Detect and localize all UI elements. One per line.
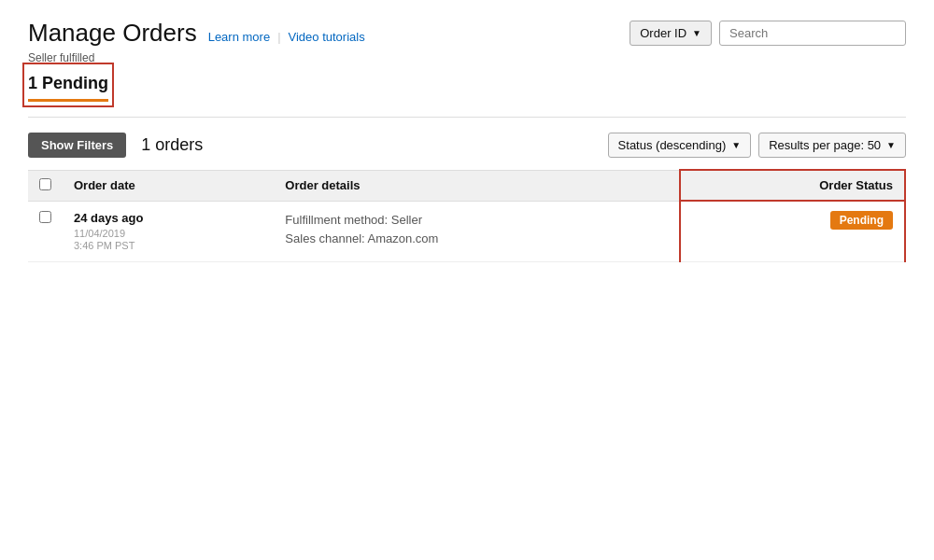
order-details-col-header: Order details bbox=[274, 170, 680, 201]
orders-count: 1 orders bbox=[141, 135, 203, 155]
header-links: Learn more | Video tutorials bbox=[208, 30, 365, 44]
fulfillment-method: Fulfillment method: Seller bbox=[285, 211, 668, 231]
learn-more-link[interactable]: Learn more bbox=[208, 30, 270, 44]
order-id-chevron-icon: ▼ bbox=[692, 28, 701, 38]
orders-table: Order date Order details Order Status 24… bbox=[28, 169, 906, 262]
link-separator: | bbox=[277, 30, 280, 44]
table-header-row: Order date Order details Order Status bbox=[28, 170, 905, 201]
order-id-label: Order ID bbox=[640, 26, 686, 40]
table-row: 24 days ago 11/04/2019 3:46 PM PST Fulfi… bbox=[28, 201, 905, 261]
sort-label: Status (descending) bbox=[618, 138, 727, 152]
sales-channel: Sales channel: Amazon.com bbox=[285, 230, 668, 249]
order-status-cell: Pending bbox=[680, 201, 905, 261]
section-divider bbox=[28, 117, 906, 118]
order-date-cell: 24 days ago 11/04/2019 3:46 PM PST bbox=[63, 201, 274, 261]
row-checkbox[interactable] bbox=[39, 211, 51, 223]
perpage-chevron-icon: ▼ bbox=[886, 140, 896, 150]
order-date-sub1: 11/04/2019 bbox=[74, 228, 262, 239]
show-filters-button[interactable]: Show Filters bbox=[28, 133, 126, 158]
tabs-section: 1 Pending bbox=[28, 68, 906, 102]
perpage-label: Results per page: 50 bbox=[769, 138, 881, 152]
seller-fulfilled-label: Seller fulfilled bbox=[28, 51, 906, 64]
search-input[interactable] bbox=[719, 21, 906, 46]
perpage-dropdown[interactable]: Results per page: 50 ▼ bbox=[758, 133, 906, 158]
pending-status-badge: Pending bbox=[830, 211, 893, 230]
video-tutorials-link[interactable]: Video tutorials bbox=[289, 30, 365, 44]
filters-bar: Show Filters 1 orders Status (descending… bbox=[28, 133, 906, 158]
select-all-checkbox[interactable] bbox=[39, 178, 51, 190]
header-right: Order ID ▼ bbox=[630, 21, 906, 46]
order-id-dropdown[interactable]: Order ID ▼ bbox=[630, 21, 712, 46]
pending-tab[interactable]: 1 Pending bbox=[28, 68, 108, 102]
filters-bar-right: Status (descending) ▼ Results per page: … bbox=[608, 133, 906, 158]
page-header: Manage Orders Learn more | Video tutoria… bbox=[28, 19, 906, 48]
page-title: Manage Orders bbox=[28, 19, 197, 48]
header-left: Manage Orders Learn more | Video tutoria… bbox=[28, 19, 365, 48]
order-date-col-header: Order date bbox=[63, 170, 274, 201]
sort-chevron-icon: ▼ bbox=[731, 140, 741, 150]
order-status-col-header: Order Status bbox=[680, 170, 905, 201]
filters-bar-left: Show Filters 1 orders bbox=[28, 133, 203, 158]
order-date-main: 24 days ago bbox=[74, 211, 262, 225]
row-checkbox-cell bbox=[28, 201, 63, 261]
order-details-cell: Fulfillment method: Seller Sales channel… bbox=[274, 201, 680, 261]
order-date-sub2: 3:46 PM PST bbox=[74, 240, 262, 251]
select-all-col bbox=[28, 170, 63, 201]
sort-dropdown[interactable]: Status (descending) ▼ bbox=[608, 133, 752, 158]
